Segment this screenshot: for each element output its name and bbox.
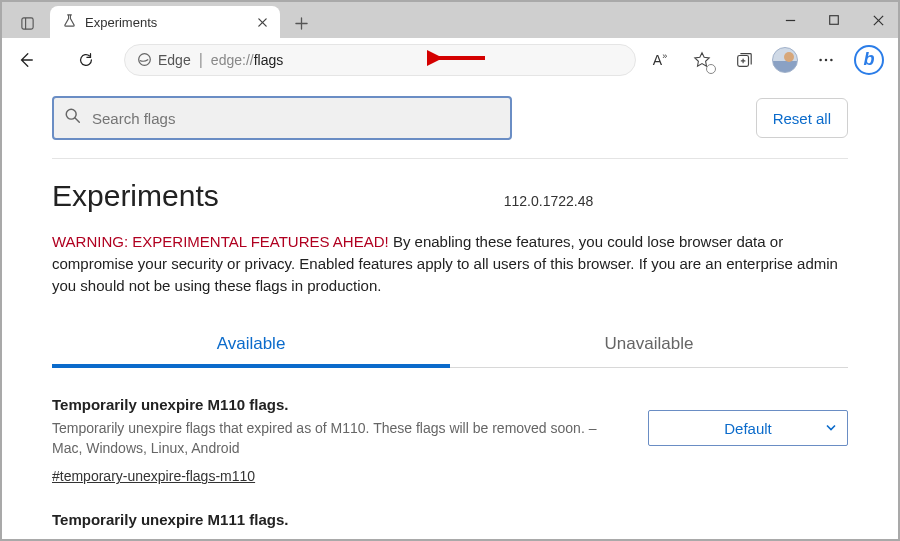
tab-actions-button[interactable] — [10, 8, 44, 38]
back-button[interactable] — [12, 46, 40, 74]
flag-item: Temporarily unexpire M110 flags. Tempora… — [52, 368, 848, 485]
site-identity: Edge — [137, 52, 191, 68]
reset-all-button[interactable]: Reset all — [756, 98, 848, 138]
flag-title: Temporarily unexpire M110 flags. — [52, 396, 628, 413]
close-tab-button[interactable] — [254, 14, 270, 30]
tab-strip: Experiments — [2, 2, 316, 38]
svg-rect-3 — [830, 16, 839, 25]
toolbar-actions: A» b — [646, 45, 888, 75]
favorites-badge — [706, 64, 716, 74]
warning-heading: WARNING: EXPERIMENTAL FEATURES AHEAD! — [52, 233, 389, 250]
tab-unavailable[interactable]: Unavailable — [450, 324, 848, 367]
flask-icon — [62, 13, 77, 32]
bing-button[interactable]: b — [854, 45, 884, 75]
edge-icon — [137, 52, 152, 67]
flag-select-value: Default — [724, 420, 772, 437]
refresh-button[interactable] — [72, 46, 100, 74]
svg-point-9 — [830, 58, 833, 61]
new-tab-button[interactable] — [286, 8, 316, 38]
flag-text: Temporarily unexpire M110 flags. Tempora… — [52, 396, 628, 485]
favorites-button[interactable] — [688, 46, 716, 74]
flag-text: Temporarily unexpire M111 flags. — [52, 511, 848, 534]
annotation-arrow — [427, 46, 487, 74]
separator: | — [199, 51, 203, 69]
svg-point-4 — [139, 54, 151, 66]
tab-available[interactable]: Available — [52, 324, 450, 368]
collections-button[interactable] — [730, 46, 758, 74]
svg-line-11 — [75, 118, 80, 123]
more-button[interactable] — [812, 46, 840, 74]
window-controls — [780, 2, 894, 38]
search-icon — [64, 107, 82, 129]
browser-tab[interactable]: Experiments — [50, 6, 280, 38]
page-header: Experiments 112.0.1722.48 — [52, 159, 848, 213]
site-label: Edge — [158, 52, 191, 68]
warning-text: WARNING: EXPERIMENTAL FEATURES AHEAD! By… — [52, 231, 848, 296]
version-label: 112.0.1722.48 — [504, 193, 594, 209]
page-title: Experiments — [52, 179, 219, 213]
search-flags-box[interactable] — [52, 96, 512, 140]
flag-title: Temporarily unexpire M111 flags. — [52, 511, 848, 528]
svg-point-7 — [819, 58, 822, 61]
svg-point-8 — [825, 58, 828, 61]
toolbar: Edge | edge://flags A» — [2, 38, 898, 82]
flag-item: Temporarily unexpire M111 flags. — [52, 485, 848, 534]
flag-description: Temporarily unexpire flags that expired … — [52, 419, 628, 458]
titlebar: Experiments — [2, 2, 898, 38]
browser-window: Experiments — [0, 0, 900, 541]
minimize-button[interactable] — [780, 10, 800, 30]
tab-label: Experiments — [85, 15, 246, 30]
flag-select[interactable]: Default — [648, 410, 848, 446]
search-input[interactable] — [92, 110, 500, 127]
close-window-button[interactable] — [868, 10, 888, 30]
page-content: Reset all Experiments 112.0.1722.48 WARN… — [2, 82, 898, 534]
search-row: Reset all — [52, 82, 848, 159]
flag-anchor-link[interactable]: #temporary-unexpire-flags-m110 — [52, 468, 255, 484]
url-text: edge://flags — [211, 51, 283, 69]
address-bar[interactable]: Edge | edge://flags — [124, 44, 636, 76]
chevron-down-icon — [825, 420, 837, 437]
section-tabs: Available Unavailable — [52, 324, 848, 368]
maximize-button[interactable] — [824, 10, 844, 30]
profile-avatar[interactable] — [772, 47, 798, 73]
read-aloud-button[interactable]: A» — [646, 46, 674, 74]
svg-rect-0 — [21, 17, 32, 28]
